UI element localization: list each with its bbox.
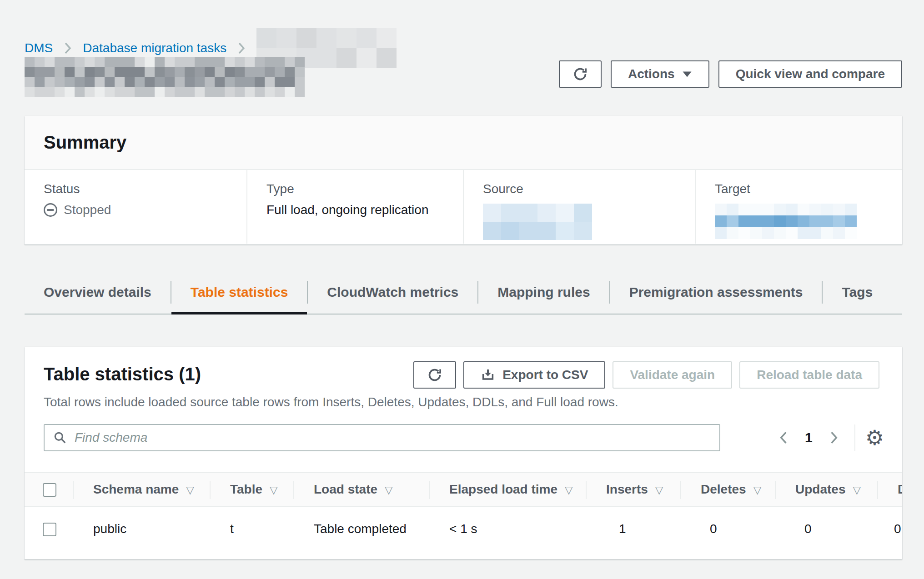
reload-button-label: Reload table data [757,369,862,381]
column-header-label: Load state [314,482,377,496]
summary-field-value: Full load, ongoing replication [266,203,449,217]
refresh-icon [427,367,442,383]
page-title-redacted [25,57,305,97]
find-schema-input[interactable] [44,424,720,451]
row-checkbox[interactable] [43,523,56,536]
table-statistics-title: Table statistics (1) [44,364,201,384]
cell-schema-name: public [73,506,210,551]
tab-cloudwatch-metrics[interactable]: CloudWatch metrics [308,277,477,314]
table-statistics-description: Total rows include loaded source table r… [25,389,902,409]
tab-table-statistics[interactable]: Table statistics [171,277,307,314]
table-statistics-grid: Schema name▽Table▽Load state▽Elapsed loa… [25,472,902,551]
quick-view-label: Quick view and compare [736,68,885,80]
table-row: publictTable completed< 1 s1000 [25,506,902,551]
previous-page-button[interactable] [776,429,791,447]
tab-premigration-assessments[interactable]: Premigration assessments [610,277,822,314]
schema-search [44,424,720,451]
column-header-updates[interactable]: Updates▽ [775,473,878,506]
summary-field-label: Target [715,182,888,196]
cell-load-state: Table completed [294,506,429,551]
table-statistics-panel: Table statistics (1) Export to CSV Valid… [25,347,902,559]
actions-button[interactable]: Actions [611,60,709,88]
summary-card-header: Summary [25,116,902,170]
summary-field-status: StatusStopped [25,170,246,244]
summary-field-label: Source [483,182,681,196]
stopped-status-icon [44,203,57,217]
sort-icon: ▽ [270,484,278,496]
target-value-redacted [715,204,888,239]
summary-field-type: TypeFull load, ongoing replication [246,170,463,244]
column-header-label: Table [230,482,262,496]
sort-icon: ▽ [565,484,573,496]
sort-icon: ▽ [753,484,762,496]
download-icon [481,368,495,382]
source-value-redacted [483,204,681,240]
quick-view-compare-button[interactable]: Quick view and compare [718,60,902,88]
column-header-inserts[interactable]: Inserts▽ [586,473,681,506]
breadcrumb-chevron-icon [236,41,246,55]
tab-bar: Overview detailsTable statisticsCloudWat… [25,277,902,314]
cell-elapsed-load-time: < 1 s [429,506,586,551]
cell-inserts: 1 [586,506,681,551]
column-header-label: Inserts [606,482,648,496]
cell-table: t [210,506,294,551]
breadcrumb-link-dms[interactable]: DMS [25,41,53,55]
summary-body: StatusStoppedTypeFull load, ongoing repl… [25,170,902,244]
cell-ddls: 0 [878,506,902,551]
summary-field-label: Type [266,182,449,196]
tab-overview-details[interactable]: Overview details [25,277,171,314]
refresh-icon [572,66,588,82]
column-header-label: Updates [795,482,845,496]
page-header: Actions Quick view and compare [25,57,902,97]
breadcrumb-link-tasks[interactable]: Database migration tasks [83,41,226,55]
current-page-number[interactable]: 1 [805,430,813,445]
column-header-elapsed-load-time[interactable]: Elapsed load time▽ [429,473,586,506]
export-button-label: Export to CSV [502,369,588,381]
actions-button-label: Actions [628,68,675,80]
cell-updates: 0 [775,506,878,551]
export-to-csv-button[interactable]: Export to CSV [463,361,605,389]
column-header-table[interactable]: Table▽ [210,473,294,506]
status-value: Stopped [44,203,233,217]
tab-mapping-rules[interactable]: Mapping rules [478,277,609,314]
summary-title: Summary [44,132,126,153]
column-header-label: Schema name [93,482,179,496]
dms-task-page: { "colors": { "page_background": "#f2f3f… [0,0,924,579]
column-header-ddls[interactable]: DDLs▽ [878,473,902,506]
toolbar-divider [854,424,855,451]
summary-field-target: Target [695,170,901,244]
preferences-gear-icon[interactable]: ⚙ [865,427,884,448]
column-header-label: DDLs [898,482,902,496]
select-all-header-cell [25,473,73,506]
column-header-label: Elapsed load time [449,482,557,496]
column-header-deletes[interactable]: Deletes▽ [681,473,775,506]
caret-down-icon [682,71,692,78]
column-header-schema-name[interactable]: Schema name▽ [73,473,210,506]
select-all-checkbox[interactable] [43,483,56,497]
reload-table-data-button[interactable]: Reload table data [739,361,879,389]
validate-button-label: Validate again [630,369,715,381]
summary-field-label: Status [44,182,233,196]
tab-tags[interactable]: Tags [823,277,892,314]
validate-again-button[interactable]: Validate again [613,361,732,389]
table-refresh-button[interactable] [413,361,456,389]
sort-icon: ▽ [655,484,663,496]
row-select-cell [25,506,73,551]
column-header-load-state[interactable]: Load state▽ [294,473,429,506]
column-header-label: Deletes [701,482,746,496]
summary-card: Summary StatusStoppedTypeFull load, ongo… [25,116,902,245]
breadcrumb-chevron-icon [63,41,73,55]
sort-icon: ▽ [853,484,861,496]
pagination: 1 [776,429,842,447]
summary-field-source: Source [463,170,695,244]
refresh-button[interactable] [559,60,602,88]
sort-icon: ▽ [186,484,194,496]
cell-deletes: 0 [681,506,775,551]
next-page-button[interactable] [826,429,842,447]
sort-icon: ▽ [385,484,393,496]
